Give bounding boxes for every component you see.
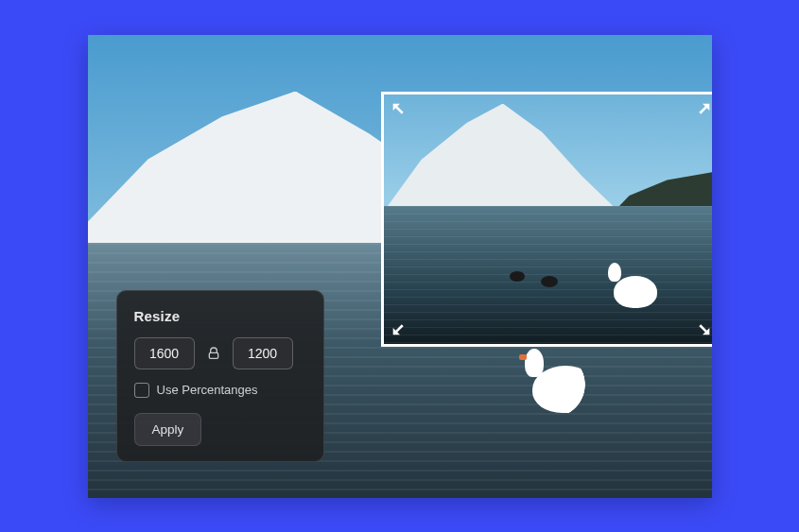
- svg-rect-0: [209, 352, 217, 358]
- resize-handle-bottom-left[interactable]: [390, 317, 410, 338]
- resize-arrow-icon: [390, 317, 410, 338]
- width-input[interactable]: [134, 337, 195, 369]
- selection-duck: [541, 276, 558, 287]
- use-percentages-checkbox[interactable]: [134, 383, 149, 398]
- apply-button[interactable]: Apply: [134, 413, 202, 446]
- use-percentages-row[interactable]: Use Percentanges: [134, 383, 306, 398]
- resize-arrow-icon: [692, 317, 712, 338]
- use-percentages-label: Use Percentanges: [157, 383, 258, 397]
- resize-handle-top-left[interactable]: [390, 100, 410, 121]
- resize-arrow-icon: [390, 100, 410, 121]
- dimension-row: [134, 337, 306, 369]
- resize-panel: Resize Use Percentanges Apply: [116, 290, 324, 462]
- resize-handle-top-right[interactable]: [692, 100, 712, 121]
- selection-swan: [614, 276, 657, 308]
- editor-canvas[interactable]: Resize Use Percentanges Apply: [88, 35, 712, 498]
- resize-arrow-icon: [692, 100, 712, 121]
- lock-icon: [206, 346, 221, 361]
- resize-panel-title: Resize: [134, 308, 306, 324]
- resize-handle-bottom-right[interactable]: [692, 317, 712, 338]
- crop-selection[interactable]: [381, 92, 712, 347]
- selection-duck: [510, 271, 525, 282]
- height-input[interactable]: [233, 337, 293, 369]
- aspect-lock-toggle[interactable]: [202, 342, 225, 365]
- selection-ripples: [384, 206, 712, 343]
- background-swan: [532, 366, 599, 413]
